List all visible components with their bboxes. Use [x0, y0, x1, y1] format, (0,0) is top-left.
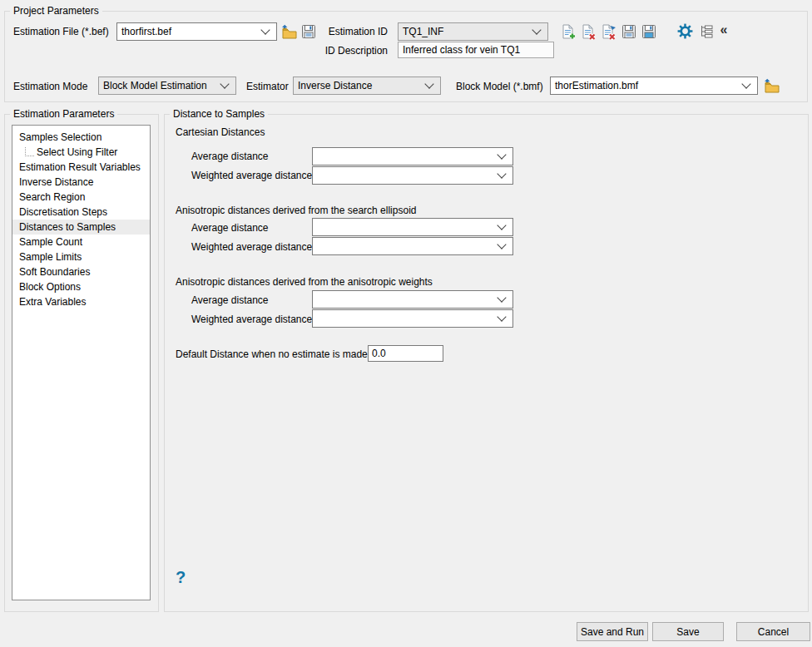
id-description-field[interactable]: Inferred class for vein TQ1 — [398, 42, 554, 58]
save-file-icon[interactable] — [300, 23, 317, 40]
tree-item-block-options[interactable]: Block Options — [12, 279, 150, 294]
section-heading-anisotropic-weights: Anisotropic distances derived from the a… — [176, 275, 433, 289]
default-distance-input[interactable] — [368, 345, 443, 362]
tree-item-discretisation-steps[interactable]: Discretisation Steps — [12, 205, 150, 220]
process-tree-icon[interactable] — [698, 23, 715, 40]
default-distance-label: Default Distance when no estimate is mad… — [176, 348, 368, 361]
cancel-button[interactable]: Cancel — [736, 622, 810, 641]
chevron-down-icon — [497, 150, 506, 159]
average-distance-label: Average distance — [191, 294, 269, 307]
tree-item-estimation-result-variables[interactable]: Estimation Result Variables — [12, 160, 150, 175]
tree-item-inverse-distance[interactable]: Inverse Distance — [12, 175, 150, 190]
save-id-icon[interactable] — [621, 23, 637, 40]
help-icon[interactable]: ? — [176, 568, 186, 587]
cartesian-average-distance-select[interactable] — [312, 147, 513, 165]
estimation-parameters-tree: Samples Selection Select Using Filter Es… — [12, 125, 151, 600]
chevron-down-icon — [497, 293, 506, 302]
collapse-icon-glyph: « — [720, 22, 728, 38]
tree-item-label: Inverse Distance — [19, 176, 93, 188]
ellipsoid-average-distance-select[interactable] — [312, 218, 513, 236]
estimation-mode-value: Block Model Estimation — [99, 80, 216, 91]
chevron-down-icon — [532, 25, 541, 34]
block-model-label: Block Model (*.bmf) — [456, 80, 543, 93]
project-parameters-group-label: Project Parameters — [10, 5, 102, 17]
estimation-mode-select[interactable]: Block Model Estimation — [98, 77, 236, 95]
collapse-icon[interactable]: « — [715, 22, 732, 38]
chevron-down-icon — [497, 169, 506, 178]
tree-item-label: Sample Limits — [19, 251, 82, 263]
estimation-id-value: TQ1_INF — [399, 26, 528, 37]
tree-item-extra-variables[interactable]: Extra Variables — [12, 294, 150, 309]
save-all-ids-icon[interactable] — [641, 23, 657, 40]
distance-to-samples-group: Distance to Samples — [164, 114, 809, 612]
estimation-file-label: Estimation File (*.bef) — [13, 25, 109, 38]
save-and-run-button[interactable]: Save and Run — [577, 622, 648, 641]
estimation-file-value: thorfirst.bef — [117, 26, 257, 37]
estimator-value: Inverse Distance — [294, 80, 421, 91]
estimation-id-label: Estimation ID — [316, 25, 388, 38]
tree-item-soft-boundaries[interactable]: Soft Boundaries — [12, 264, 150, 279]
save-button[interactable]: Save — [652, 622, 724, 641]
block-model-select[interactable]: thorEstimation.bmf — [550, 77, 758, 95]
ellipsoid-weighted-average-distance-select[interactable] — [312, 237, 513, 255]
tree-item-search-region[interactable]: Search Region — [12, 190, 150, 205]
tree-item-label: Sample Count — [19, 236, 82, 248]
weighted-average-distance-label: Weighted average distance — [191, 169, 312, 182]
estimation-file-select[interactable]: thorfirst.bef — [116, 22, 277, 41]
tree-item-label: Search Region — [19, 191, 85, 203]
chevron-down-icon — [424, 79, 433, 88]
id-description-label: ID Description — [316, 44, 388, 57]
delete-id-icon[interactable] — [580, 23, 597, 40]
tree-item-sample-limits[interactable]: Sample Limits — [12, 249, 150, 264]
open-file-icon[interactable] — [280, 23, 297, 40]
average-distance-label: Average distance — [191, 150, 269, 163]
chevron-down-icon — [497, 240, 506, 249]
tree-item-label: Samples Selection — [19, 131, 102, 143]
estimation-mode-label: Estimation Mode — [13, 80, 87, 93]
tree-item-label: Select Using Filter — [37, 146, 117, 158]
section-heading-search-ellipsoid: Anisotropic distances derived from the s… — [176, 204, 416, 217]
block-model-value: thorEstimation.bmf — [551, 80, 738, 91]
tree-item-select-using-filter[interactable]: Select Using Filter — [12, 145, 150, 160]
tree-item-label: Extra Variables — [19, 296, 86, 308]
weights-average-distance-select[interactable] — [312, 290, 513, 309]
cartesian-weighted-average-distance-select[interactable] — [312, 166, 513, 185]
chevron-down-icon — [220, 79, 229, 88]
distance-to-samples-group-label: Distance to Samples — [170, 108, 268, 121]
weighted-average-distance-label: Weighted average distance — [191, 240, 312, 254]
open-block-model-icon[interactable] — [763, 77, 780, 94]
settings-gear-icon[interactable] — [676, 22, 693, 39]
tree-item-sample-count[interactable]: Sample Count — [12, 235, 150, 249]
chevron-down-icon — [741, 79, 750, 88]
tree-item-label: Soft Boundaries — [19, 266, 90, 278]
chevron-down-icon — [497, 312, 506, 321]
estimation-parameters-group-label: Estimation Parameters — [10, 108, 117, 121]
estimator-label: Estimator — [246, 80, 289, 93]
estimation-id-select[interactable]: TQ1_INF — [398, 22, 548, 41]
average-distance-label: Average distance — [191, 221, 269, 235]
weights-weighted-average-distance-select[interactable] — [312, 309, 513, 328]
tree-item-label: Estimation Result Variables — [19, 161, 141, 173]
tree-connector — [25, 147, 34, 156]
weighted-average-distance-label: Weighted average distance — [191, 313, 312, 326]
tree-item-label: Block Options — [19, 281, 81, 293]
section-heading-cartesian: Cartesian Distances — [176, 126, 265, 139]
tree-item-distances-to-samples[interactable]: Distances to Samples — [12, 220, 150, 235]
tree-item-label: Distances to Samples — [19, 221, 116, 233]
add-id-icon[interactable] — [560, 23, 577, 40]
chevron-down-icon — [497, 220, 506, 230]
tree-item-label: Discretisation Steps — [19, 206, 107, 218]
tree-item-samples-selection[interactable]: Samples Selection — [12, 130, 150, 145]
estimator-select[interactable]: Inverse Distance — [293, 77, 441, 95]
chevron-down-icon — [260, 25, 270, 34]
delete-all-ids-icon[interactable] — [600, 23, 616, 40]
